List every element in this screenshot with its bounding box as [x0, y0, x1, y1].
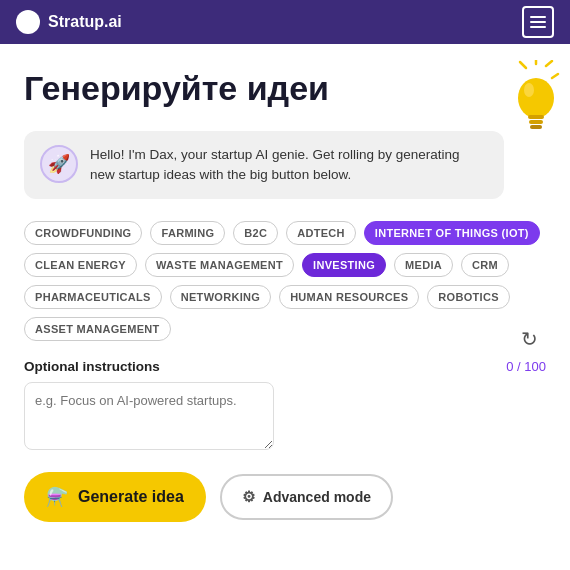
instructions-header: Optional instructions 0 / 100 — [24, 359, 546, 374]
menu-line — [530, 21, 546, 23]
avatar: 🚀 — [40, 145, 78, 183]
char-count: 0 / 100 — [506, 359, 546, 374]
tag-adtech[interactable]: ADTECH — [286, 221, 356, 245]
svg-point-5 — [524, 83, 534, 97]
tag-media[interactable]: MEDIA — [394, 253, 453, 277]
buttons-row: ⚗️ Generate idea ⚙ Advanced mode — [24, 472, 546, 522]
tag-b2c[interactable]: B2C — [233, 221, 278, 245]
svg-point-4 — [518, 78, 554, 118]
tag-networking[interactable]: NETWORKING — [170, 285, 271, 309]
menu-line — [530, 26, 546, 28]
instructions-textarea[interactable] — [24, 382, 274, 450]
advanced-mode-button[interactable]: ⚙ Advanced mode — [220, 474, 393, 520]
tag-iot[interactable]: INTERNET OF THINGS (IOT) — [364, 221, 540, 245]
tag-farming[interactable]: FARMING — [150, 221, 225, 245]
generate-idea-button[interactable]: ⚗️ Generate idea — [24, 472, 206, 522]
logo-icon: ✦ — [16, 10, 40, 34]
chat-message: Hello! I'm Dax, your startup AI genie. G… — [90, 145, 488, 186]
svg-rect-7 — [529, 120, 543, 124]
tag-waste-management[interactable]: WASTE MANAGEMENT — [145, 253, 294, 277]
tag-investing[interactable]: INVESTING — [302, 253, 386, 277]
main-content: Генерируйте идеи 🚀 Hello! I'm Dax, your … — [0, 44, 570, 570]
tag-asset-management[interactable]: ASSET MANAGEMENT — [24, 317, 171, 341]
tag-human-resources[interactable]: HUMAN RESOURCES — [279, 285, 419, 309]
svg-line-0 — [520, 62, 526, 68]
tag-robotics[interactable]: ROBOTICS — [427, 285, 509, 309]
svg-rect-6 — [528, 115, 544, 119]
tag-pharmaceuticals[interactable]: PHARMACEUTICALS — [24, 285, 162, 309]
tag-crowdfunding[interactable]: CROWDFUNDING — [24, 221, 142, 245]
svg-line-3 — [552, 74, 558, 78]
logo: ✦ Stratup.ai — [16, 10, 122, 34]
menu-line — [530, 16, 546, 18]
menu-button[interactable] — [522, 6, 554, 38]
instructions-label: Optional instructions — [24, 359, 160, 374]
svg-line-2 — [546, 61, 552, 66]
lightbulb-decoration — [506, 60, 570, 154]
page-title: Генерируйте идеи — [24, 68, 546, 109]
advanced-label: Advanced mode — [263, 489, 371, 505]
svg-rect-8 — [530, 125, 542, 129]
tag-clean-energy[interactable]: CLEAN ENERGY — [24, 253, 137, 277]
tag-crm[interactable]: CRM — [461, 253, 509, 277]
app-header: ✦ Stratup.ai — [0, 0, 570, 44]
gear-icon: ⚙ — [242, 488, 255, 506]
refresh-button[interactable]: ↻ — [517, 323, 542, 355]
chat-bubble: 🚀 Hello! I'm Dax, your startup AI genie.… — [24, 131, 504, 200]
flask-icon: ⚗️ — [46, 486, 68, 508]
generate-label: Generate idea — [78, 488, 184, 506]
logo-text: Stratup.ai — [48, 13, 122, 31]
